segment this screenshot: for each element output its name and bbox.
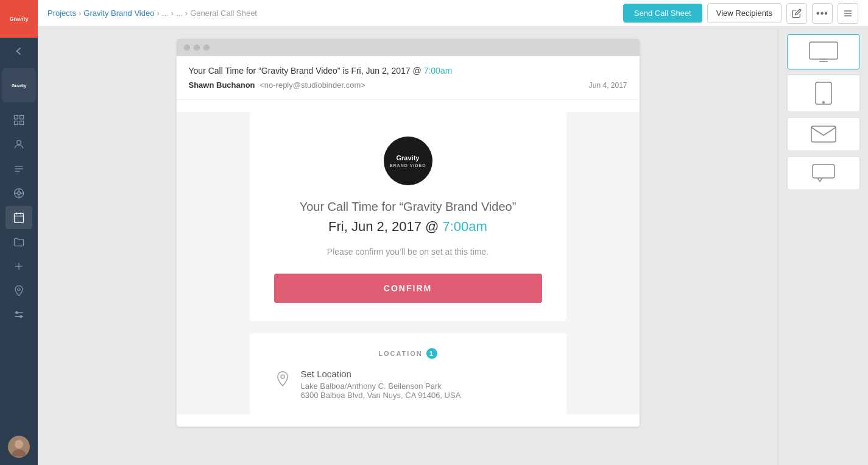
content-area: Your Call Time for “Gravity Brand Video”… [38, 27, 868, 465]
email-card-date: Fri, Jun 2, 2017 @ [328, 219, 439, 234]
svg-rect-37 [813, 165, 834, 178]
browser-dot-3 [203, 44, 210, 51]
topbar: Projects › Gravity Brand Video › ... › .… [38, 0, 868, 27]
desktop-preview-thumb[interactable] [787, 34, 860, 69]
sidebar-item-add[interactable] [5, 255, 32, 278]
edit-button[interactable] [786, 3, 807, 24]
email-logo-text: Gravity BRAND VIDEO [389, 154, 426, 168]
confirm-button[interactable]: CONFIRM [274, 274, 542, 303]
send-call-sheet-button[interactable]: Send Call Sheet [623, 4, 702, 23]
svg-point-30 [281, 375, 284, 378]
svg-point-22 [16, 311, 18, 313]
location-address-line2: 6300 Balboa Blvd, Van Nuys, CA 91406, US… [301, 391, 461, 400]
email-from-row: Shawn Buchanon <no-reply@studiobinder.co… [189, 80, 627, 90]
view-recipients-button[interactable]: View Recipients [707, 3, 782, 23]
location-details: Set Location Lake Balboa/Anthony C. Beil… [301, 369, 461, 400]
breadcrumb-sep1: › [79, 9, 81, 18]
breadcrumb-sep4: › [185, 9, 188, 18]
preview-panel: Your Call Time for “Gravity Brand Video”… [38, 27, 778, 465]
email-card-title: Your Call Time for “Gravity Brand Video” [274, 200, 542, 214]
sidebar-item-contacts[interactable] [5, 133, 32, 156]
device-panel [778, 27, 868, 465]
browser-bar [177, 39, 640, 56]
svg-point-24 [20, 316, 22, 318]
svg-rect-3 [20, 121, 24, 125]
svg-rect-34 [816, 82, 831, 104]
email-from-address: <no-reply@studiobinder.com> [259, 80, 365, 90]
tablet-preview-thumb[interactable] [787, 74, 860, 112]
app-logo[interactable]: Gravity [0, 0, 38, 38]
svg-rect-2 [15, 121, 18, 125]
main-area: Projects › Gravity Brand Video › ... › .… [38, 0, 868, 465]
location-header-text: LOCATION [378, 350, 423, 357]
email-container: Your Call Time for “Gravity Brand Video”… [177, 39, 640, 427]
breadcrumb-dots2: ... [176, 9, 183, 18]
user-avatar[interactable] [8, 436, 30, 458]
breadcrumb-sep3: › [171, 9, 174, 18]
breadcrumb-projects[interactable]: Projects [48, 9, 76, 18]
email-header: Your Call Time for “Gravity Brand Video”… [177, 56, 640, 100]
comment-preview-thumb[interactable] [787, 156, 860, 190]
svg-rect-36 [811, 126, 836, 142]
location-section: LOCATION 1 Set Location [250, 333, 566, 414]
svg-point-4 [17, 140, 21, 144]
email-confirm-message: Please confirm you’ll be on set at this … [274, 247, 542, 257]
location-row: Set Location Lake Balboa/Anthony C. Beil… [274, 369, 542, 400]
svg-rect-31 [810, 42, 838, 59]
breadcrumb-page: General Call Sheet [190, 9, 257, 18]
sidebar: Gravity Gravity [0, 0, 38, 465]
email-from-name: Shawn Buchanon [189, 80, 255, 90]
project-badge[interactable]: Gravity [2, 68, 36, 102]
project-badge-text: Gravity [12, 83, 26, 88]
inbox-preview-thumb[interactable] [787, 117, 860, 151]
svg-point-20 [18, 288, 20, 290]
email-card: Gravity BRAND VIDEO Your Call Time for “… [250, 112, 566, 321]
location-address-line1: Lake Balboa/Anthony C. Beilenson Park [301, 382, 461, 391]
svg-point-9 [18, 192, 21, 195]
more-options-button[interactable]: ••• [812, 3, 833, 24]
location-count-badge: 1 [426, 348, 437, 359]
location-name: Set Location [301, 369, 461, 379]
svg-rect-1 [20, 116, 24, 119]
sidebar-item-location[interactable] [5, 279, 32, 302]
sidebar-item-folder[interactable] [5, 230, 32, 254]
svg-point-26 [15, 440, 23, 449]
svg-rect-14 [15, 213, 24, 222]
browser-dot-1 [184, 44, 190, 51]
svg-point-35 [822, 102, 824, 104]
email-body: Gravity BRAND VIDEO Your Call Time for “… [177, 112, 640, 414]
sidebar-item-filters[interactable] [5, 303, 32, 327]
svg-rect-0 [15, 116, 18, 119]
sidebar-item-wheel[interactable] [5, 182, 32, 205]
breadcrumb-dots1: ... [162, 9, 169, 18]
location-header: LOCATION 1 [274, 348, 542, 359]
email-subject: Your Call Time for “Gravity Brand Video”… [189, 66, 627, 76]
sidebar-item-schedule[interactable] [5, 157, 32, 180]
location-pin-icon [274, 370, 291, 394]
app-logo-text: Gravity [9, 16, 28, 23]
ellipsis-icon: ••• [816, 8, 828, 19]
sidebar-nav [0, 106, 38, 329]
breadcrumb: Projects › Gravity Brand Video › ... › .… [48, 9, 257, 18]
email-card-datetime: Fri, Jun 2, 2017 @ 7:00am [274, 219, 542, 235]
back-button[interactable] [0, 38, 38, 65]
breadcrumb-project[interactable]: Gravity Brand Video [83, 9, 154, 18]
sidebar-item-dashboard[interactable] [5, 108, 32, 132]
email-card-time: 7:00am [443, 219, 487, 234]
email-subject-text: Your Call Time for “Gravity Brand Video”… [189, 66, 422, 76]
email-date: Jun 4, 2017 [589, 81, 627, 90]
email-subject-time: 7:00am [424, 66, 453, 76]
email-from-info: Shawn Buchanon <no-reply@studiobinder.co… [189, 80, 365, 90]
breadcrumb-sep2: › [157, 9, 159, 18]
browser-dot-2 [194, 44, 200, 51]
email-logo: Gravity BRAND VIDEO [384, 137, 432, 185]
list-view-button[interactable] [838, 3, 858, 24]
sidebar-bottom [8, 436, 30, 465]
sidebar-item-calendar[interactable] [5, 206, 32, 229]
